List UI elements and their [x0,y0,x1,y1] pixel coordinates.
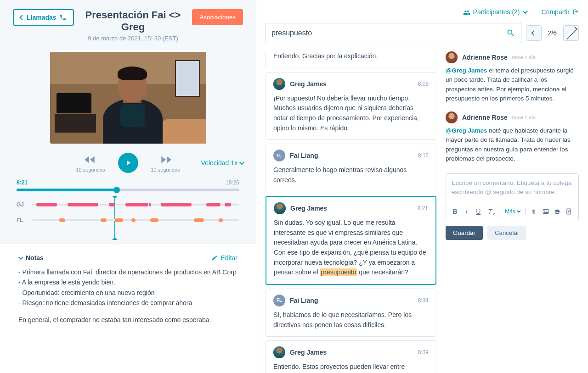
back-label: Llamadas [27,14,57,21]
search-box[interactable] [266,23,521,43]
chevron-left-icon [19,15,24,20]
chevron-right-icon [565,27,577,39]
comment-time: hace 1 día [512,115,536,120]
search-count: 2/6 [546,29,559,37]
search-icon [506,28,515,38]
transcript-message[interactable]: FL Fai Liang 8:16 Generalmente lo hago m… [266,144,436,192]
image-icon[interactable] [543,209,549,214]
playhead-cursor[interactable] [114,196,115,240]
timestamp: 8:21 [418,205,428,212]
associations-button[interactable]: Asociaciones [192,9,243,25]
track-label-fl: FL [17,217,28,223]
attachment-icon[interactable] [531,208,538,215]
page-subtitle: 9 de marzo de 2021, 15: 30 (EST) [80,35,186,42]
comment: Adrienne Rose hace 1 día @Greg James el … [446,51,579,103]
svg-point-1 [544,211,545,212]
timeline-end: 18:26 [226,179,239,186]
timestamp: 8:16 [418,152,429,159]
play-icon [124,159,132,167]
share-button[interactable]: Compartir [542,8,579,16]
video-thumbnail[interactable] [50,52,206,144]
clear-format-icon[interactable]: T× [486,208,493,215]
chevron-down-icon [239,160,244,165]
cancel-button[interactable]: Cancelar [487,226,526,240]
avatar [274,202,286,214]
chevron-down-icon [18,255,23,260]
people-icon [463,9,470,15]
track-gj [32,204,239,206]
comment-composer[interactable]: Escribe un comentario. Etiqueta a tu col… [446,173,579,220]
play-button[interactable] [118,153,138,173]
share-icon [572,9,579,15]
search-next-button[interactable] [563,25,579,41]
timestamp: 8:34 [418,297,429,304]
chevron-down-icon [522,9,527,14]
pencil-icon [211,255,218,261]
comment-time: hace 1 día [512,55,536,60]
notes-content: - Primera llamada con Fai, director de o… [18,267,237,325]
notes-toggle[interactable]: Notas [18,254,44,262]
comment: Adrienne Rose hace 1 día @Greg James not… [446,111,579,163]
avatar [273,78,285,90]
underline-icon[interactable]: U [475,208,482,215]
more-formatting-button[interactable]: Más [505,208,520,215]
back-button[interactable]: Llamadas [13,9,74,26]
timeline-current: 8:21 [17,179,28,186]
speaker-name: Greg James [290,205,327,212]
transcript-message-highlighted[interactable]: Greg James 8:21 Sin dudas. Yo soy igual.… [266,196,436,285]
speaker-name: Fai Liang [290,297,318,304]
transcript-message[interactable]: Greg James 8:06 ¡Por supuesto! No deberí… [266,72,436,140]
participants-button[interactable]: Participantes (2) [463,8,526,16]
chevron-left-icon [531,30,536,35]
timestamp: 8:39 [418,349,429,356]
composer-placeholder: Escribe un comentario. Etiqueta a tu col… [452,178,573,205]
speaker-name: Greg James [290,80,327,88]
search-input[interactable] [271,29,506,37]
speaker-name: Fai Liang [290,152,318,159]
avatar: FL [273,150,285,161]
page-title: Presentación Fai <> Greg [80,9,186,33]
search-prev-button[interactable] [526,25,542,41]
comment-author: Adrienne Rose [462,114,508,121]
mention[interactable]: @Greg James [446,67,487,74]
forward-label: 10 segundos [151,167,180,173]
comment-author: Adrienne Rose [462,54,508,61]
avatar [446,51,458,63]
transcript: Entiendo. Gracias por la explicación. Gr… [266,51,436,373]
forward-button[interactable] [158,153,173,166]
mention[interactable]: @Greg James [446,127,487,134]
phone-icon [59,14,67,21]
search-highlight: presupuesto [320,268,357,276]
transcript-message[interactable]: FL Fai Liang 8:34 Sí, hablamos de lo que… [266,289,436,337]
timeline-scrubber[interactable] [17,189,239,191]
transcript-message[interactable]: Entiendo. Gracias por la explicación. [266,51,436,68]
document-icon[interactable] [566,208,573,215]
timestamp: 8:06 [418,81,429,87]
speaker-name: Greg James [290,349,327,356]
rewind-label: 10 segundos [76,167,105,173]
graduation-icon[interactable] [554,209,561,214]
avatar [273,346,285,358]
avatar [446,111,458,123]
save-button[interactable]: Guardar [446,226,483,240]
italic-icon[interactable]: I [463,208,470,215]
transcript-message[interactable]: Greg James 8:39 Entiendo. Estos proyecto… [266,340,436,373]
speed-selector[interactable]: Velocidad 1x [201,159,243,167]
rewind-button[interactable] [83,153,98,166]
track-label-gj: GJ [17,201,28,208]
track-fl [32,219,239,221]
avatar: FL [273,295,285,306]
bold-icon[interactable]: B [452,208,458,215]
edit-notes-button[interactable]: Editar [211,254,237,262]
